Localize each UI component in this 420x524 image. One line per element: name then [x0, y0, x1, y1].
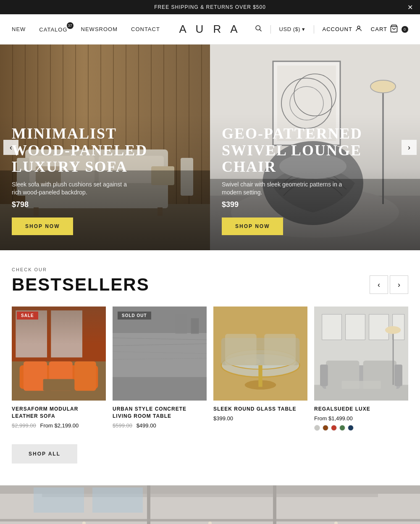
svg-rect-49	[12, 307, 106, 401]
product-card[interactable]: REGALSUEDE LUXE From $1,499.00	[314, 307, 408, 431]
svg-rect-82	[369, 314, 389, 340]
svg-rect-72	[258, 365, 262, 387]
svg-rect-80	[322, 314, 342, 340]
svg-rect-61	[113, 333, 207, 377]
product-card[interactable]: SLEEK ROUND GLASS TABLE $399.00	[213, 307, 307, 431]
svg-rect-67	[191, 318, 199, 334]
section-label: CHECK OUR	[12, 267, 408, 272]
product-grid: SALE VERSAFORM MODULAR LEATHER SOFA $2,9…	[12, 307, 408, 431]
cart-button[interactable]: CART 0	[371, 24, 408, 34]
bottom-banner	[0, 485, 420, 524]
hero-section: ‹	[0, 45, 420, 250]
svg-point-91	[385, 326, 401, 334]
hero-right-title: GEO-PATTERNEDSWIVEL LOUNGECHAIR	[222, 126, 408, 176]
svg-rect-97	[92, 487, 143, 513]
hero-left-panel: MINIMALISTWOOD-PANELEDLUXURY SOFA Sleek …	[0, 45, 210, 250]
product-name: REGALSUEDE LUXE	[314, 406, 408, 413]
hero-right-price: $399	[222, 200, 408, 209]
svg-point-2	[357, 26, 360, 29]
account-icon	[355, 25, 362, 34]
price-original: $2,999.00	[12, 422, 36, 429]
navigation: NEW CATALOG 37 NEWSROOM CONTACT A U R A …	[0, 14, 420, 45]
cart-label: CART	[371, 26, 387, 32]
price-original: $599.00	[113, 422, 132, 429]
close-icon[interactable]: ✕	[407, 3, 413, 11]
nav-contact[interactable]: CONTACT	[131, 26, 160, 32]
swatch[interactable]	[348, 425, 354, 431]
shop-all-button[interactable]: SHOP ALL	[12, 444, 77, 464]
svg-rect-76	[264, 334, 296, 365]
color-swatches	[314, 425, 408, 431]
product-image-wrapper: SALE	[12, 307, 106, 401]
hero-right-desc: Swivel chair with sleek geometric patter…	[222, 181, 348, 197]
currency-selector[interactable]: USD ($) ▾	[279, 26, 305, 32]
swatch[interactable]	[314, 425, 320, 431]
svg-rect-89	[341, 381, 381, 389]
hero-prev-button[interactable]: ‹	[3, 140, 18, 155]
nav-right: USD ($) ▾ ACCOUNT CART 0	[255, 24, 408, 34]
product-price: $599.00 $499.00	[113, 422, 207, 429]
svg-rect-100	[147, 485, 150, 524]
ceiling-image	[0, 485, 420, 524]
swatch[interactable]	[323, 425, 328, 431]
cart-icon	[390, 24, 398, 34]
site-logo[interactable]: A U R A	[179, 23, 241, 36]
product-image-wrapper	[213, 307, 307, 401]
nav-catalog[interactable]: CATALOG	[39, 26, 67, 33]
hero-left-shop-btn[interactable]: SHOP NOW	[12, 217, 73, 235]
product-image-wrapper: SOLD OUT	[113, 307, 207, 401]
product-price: $399.00	[213, 415, 307, 422]
svg-rect-98	[0, 519, 420, 521]
svg-rect-88	[394, 364, 402, 386]
svg-rect-48	[12, 307, 106, 401]
products-prev-button[interactable]: ‹	[370, 275, 388, 294]
bestsellers-section: CHECK OUR BESTSELLERS ‹ ›	[0, 250, 420, 485]
hero-next-button[interactable]: ›	[402, 140, 417, 155]
svg-rect-52	[51, 310, 82, 357]
price-sale: From $2,199.00	[40, 422, 79, 429]
announcement-bar: FREE SHIPPING & RETURNS OVER $500 ✕	[0, 0, 420, 14]
divider	[314, 25, 314, 34]
chevron-down-icon: ▾	[302, 26, 305, 32]
svg-rect-101	[273, 485, 276, 524]
product-card[interactable]: SOLD OUT URBAN STYLE CONCRETE LIVING ROO…	[113, 307, 207, 431]
price: $399.00	[213, 415, 233, 422]
account-label: ACCOUNT	[323, 26, 352, 32]
svg-rect-96	[34, 487, 84, 513]
product-badge: SOLD OUT	[118, 312, 151, 320]
hero-right-overlay: GEO-PATTERNEDSWIVEL LOUNGECHAIR Swivel c…	[210, 114, 420, 250]
swatch[interactable]	[331, 425, 337, 431]
catalog-badge: 37	[67, 22, 74, 29]
currency-label: USD ($)	[279, 26, 300, 32]
product-name: VERSAFORM MODULAR LEATHER SOFA	[12, 406, 106, 420]
hero-left-title: MINIMALISTWOOD-PANELEDLUXURY SOFA	[12, 126, 198, 176]
svg-point-0	[256, 26, 260, 30]
account-button[interactable]: ACCOUNT	[323, 25, 362, 34]
nav-newsroom[interactable]: NEWSROOM	[81, 26, 118, 32]
hero-left-desc: Sleek sofa with plush cushions set again…	[12, 181, 138, 197]
product-nav-arrows: ‹ ›	[370, 275, 408, 294]
svg-rect-66	[175, 314, 187, 334]
svg-rect-75	[225, 334, 257, 365]
nav-new[interactable]: NEW	[12, 26, 26, 32]
svg-rect-90	[393, 330, 394, 385]
product-card[interactable]: SALE VERSAFORM MODULAR LEATHER SOFA $2,9…	[12, 307, 106, 431]
section-title-row: BESTSELLERS ‹ ›	[12, 275, 408, 295]
products-next-button[interactable]: ›	[390, 275, 408, 294]
section-title: BESTSELLERS	[12, 275, 150, 295]
price: From $1,499.00	[314, 415, 353, 422]
divider	[270, 25, 271, 34]
svg-rect-57	[43, 379, 75, 391]
svg-rect-50	[12, 362, 106, 401]
product-price: $2,999.00 From $2,199.00	[12, 422, 106, 429]
swatch[interactable]	[339, 425, 345, 431]
cart-count: 0	[402, 26, 408, 33]
nav-left: NEW CATALOG 37 NEWSROOM CONTACT	[12, 26, 160, 33]
product-name: URBAN STYLE CONCRETE LIVING ROOM TABLE	[113, 406, 207, 420]
hero-right-panel: GEO-PATTERNEDSWIVEL LOUNGECHAIR Swivel c…	[210, 45, 420, 250]
hero-right-shop-btn[interactable]: SHOP NOW	[222, 217, 283, 235]
svg-point-46	[370, 80, 396, 93]
svg-rect-55	[49, 362, 73, 391]
product-name: SLEEK ROUND GLASS TABLE	[213, 406, 307, 413]
search-icon[interactable]	[255, 24, 262, 34]
